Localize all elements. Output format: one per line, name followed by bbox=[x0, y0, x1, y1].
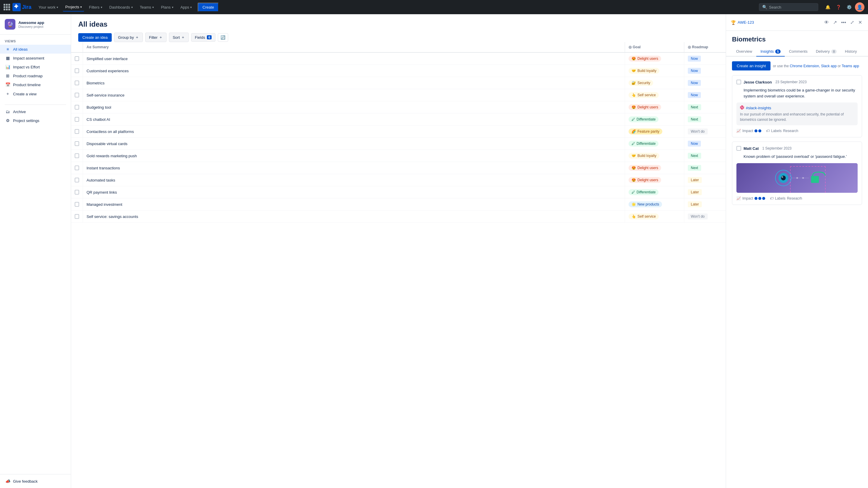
roadmap-tag[interactable]: Next bbox=[688, 117, 701, 122]
roadmap-tag[interactable]: Now bbox=[688, 56, 701, 62]
roadmap-tag[interactable]: Later bbox=[688, 189, 702, 195]
roadmap-tag[interactable]: Later bbox=[688, 201, 702, 207]
share-button[interactable]: ↗ bbox=[832, 19, 838, 26]
nav-projects[interactable]: Projects ▾ bbox=[63, 3, 84, 11]
search-input[interactable] bbox=[769, 5, 815, 9]
teams-app-link[interactable]: Teams app bbox=[842, 64, 859, 68]
sidebar-item-give-feedback[interactable]: 📣 Give feedback bbox=[0, 477, 71, 486]
table-row[interactable]: Managed investment 🌟 New products Later bbox=[71, 198, 726, 210]
row-checkbox[interactable] bbox=[75, 68, 79, 73]
goal-tag[interactable]: 🌈 Feature parity bbox=[628, 129, 662, 134]
expand-button[interactable]: ⤢ bbox=[849, 19, 855, 26]
roadmap-tag[interactable]: Won't do bbox=[688, 214, 708, 220]
insight-checkbox[interactable] bbox=[737, 146, 741, 151]
row-checkbox[interactable] bbox=[75, 105, 79, 109]
header-summary[interactable]: Aα Summary bbox=[83, 42, 625, 52]
row-checkbox[interactable] bbox=[75, 153, 79, 158]
row-checkbox[interactable] bbox=[75, 178, 79, 183]
row-checkbox[interactable] bbox=[75, 129, 79, 134]
sidebar-item-project-settings[interactable]: ⚙ Project settings bbox=[0, 116, 71, 125]
goal-tag[interactable]: 😍 Delight users bbox=[628, 165, 661, 171]
header-roadmap[interactable]: ◎ Roadmap bbox=[684, 42, 726, 52]
sort-button[interactable]: Sort ＋ bbox=[169, 33, 189, 42]
goal-tag[interactable]: 🖊 Differentiate bbox=[628, 117, 658, 122]
project-header[interactable]: 🔮 Awesome app Discovery project bbox=[0, 14, 71, 35]
table-row[interactable]: Self-service insurance 👆 Self service No… bbox=[71, 89, 726, 101]
goal-tag[interactable]: 👆 Self service bbox=[628, 214, 659, 220]
table-row[interactable]: QR payment links 🖊 Differentiate Later bbox=[71, 186, 726, 198]
sidebar-item-archive[interactable]: 🗂 Archive bbox=[0, 107, 71, 116]
row-checkbox[interactable] bbox=[75, 214, 79, 219]
row-checkbox[interactable] bbox=[75, 93, 79, 97]
goal-tag[interactable]: 🤝 Build loyalty bbox=[628, 68, 659, 74]
jira-logo[interactable]: Jira bbox=[12, 3, 31, 11]
insight-checkbox[interactable] bbox=[737, 80, 741, 85]
close-button[interactable]: ✕ bbox=[857, 19, 863, 26]
nav-dashboards[interactable]: Dashboards ▾ bbox=[107, 3, 135, 11]
roadmap-tag[interactable]: Now bbox=[688, 68, 701, 74]
more-options-button[interactable]: ••• bbox=[840, 19, 847, 26]
header-goal[interactable]: ◎ Goal bbox=[625, 42, 684, 52]
table-row[interactable]: Customised experiences 🤝 Build loyalty N… bbox=[71, 65, 726, 77]
nav-teams[interactable]: Teams ▾ bbox=[137, 3, 156, 11]
roadmap-tag[interactable]: Now bbox=[688, 141, 701, 147]
table-row[interactable]: Budgeting tool 😍 Delight users Next bbox=[71, 101, 726, 113]
sidebar-item-all-ideas[interactable]: ≡ All ideas bbox=[0, 45, 71, 54]
help-button[interactable]: ❓ bbox=[834, 2, 843, 12]
row-checkbox[interactable] bbox=[75, 80, 79, 85]
goal-tag[interactable]: 😍 Delight users bbox=[628, 177, 661, 183]
user-avatar[interactable]: 👤 bbox=[855, 2, 864, 12]
table-row[interactable]: Self service: savings accounts 👆 Self se… bbox=[71, 210, 726, 223]
roadmap-tag[interactable]: Later bbox=[688, 177, 702, 183]
panel-id[interactable]: 🏆 AWE-123 bbox=[731, 20, 754, 25]
notifications-button[interactable]: 🔔 bbox=[823, 2, 832, 12]
grid-menu-button[interactable] bbox=[4, 4, 10, 10]
tab-overview[interactable]: Overview bbox=[732, 47, 756, 57]
tab-delivery[interactable]: Delivery 8 bbox=[812, 47, 841, 57]
roadmap-tag[interactable]: Now bbox=[688, 92, 701, 98]
row-checkbox[interactable] bbox=[75, 202, 79, 207]
roadmap-tag[interactable]: Next bbox=[688, 165, 701, 171]
sidebar-item-impact-effort[interactable]: 📊 Impact vs Effort bbox=[0, 63, 71, 71]
nav-filters[interactable]: Filters ▾ bbox=[87, 3, 104, 11]
create-idea-button[interactable]: Create an idea bbox=[78, 33, 112, 42]
row-checkbox[interactable] bbox=[75, 117, 79, 122]
row-checkbox[interactable] bbox=[75, 141, 79, 146]
tab-history[interactable]: History bbox=[841, 47, 861, 57]
settings-button[interactable]: ⚙️ bbox=[844, 2, 854, 12]
goal-tag[interactable]: 👆 Self service bbox=[628, 92, 659, 98]
nav-your-work[interactable]: Your work ▾ bbox=[36, 3, 60, 11]
table-row[interactable]: Contactless on all platforms 🌈 Feature p… bbox=[71, 126, 726, 138]
sync-button[interactable]: 🔄 bbox=[218, 33, 228, 42]
table-row[interactable]: Gold rewards marketing push 🤝 Build loya… bbox=[71, 150, 726, 162]
table-row[interactable]: Automated tasks 😍 Delight users Later bbox=[71, 174, 726, 186]
sidebar-item-impact-assessment[interactable]: ▦ Impact assesment bbox=[0, 54, 71, 63]
row-checkbox[interactable] bbox=[75, 190, 79, 195]
table-row[interactable]: Instant transactions 😍 Delight users Nex… bbox=[71, 162, 726, 174]
row-checkbox[interactable] bbox=[75, 56, 79, 61]
nav-apps[interactable]: Apps ▾ bbox=[178, 3, 194, 11]
group-by-button[interactable]: Group by ＋ bbox=[114, 33, 143, 42]
search-box[interactable]: 🔍 bbox=[759, 3, 818, 11]
fields-button[interactable]: Fields 6 bbox=[191, 33, 216, 42]
slack-app-link[interactable]: Slack app bbox=[821, 64, 837, 68]
table-row[interactable]: CS chatbot AI 🖊 Differentiate Next bbox=[71, 113, 726, 126]
sidebar-item-product-roadmap[interactable]: ⊞ Product roadmap bbox=[0, 71, 71, 80]
watch-button[interactable]: 👁 bbox=[823, 19, 830, 26]
goal-tag[interactable]: 😍 Delight users bbox=[628, 56, 661, 62]
tab-comments[interactable]: Comments bbox=[785, 47, 812, 57]
roadmap-tag[interactable]: Won't do bbox=[688, 129, 708, 134]
goal-tag[interactable]: 🌟 New products bbox=[628, 201, 662, 207]
chrome-extension-link[interactable]: Chrome Extension, bbox=[790, 64, 820, 68]
goal-tag[interactable]: 🔐 Security bbox=[628, 80, 653, 86]
nav-plans[interactable]: Plans ▾ bbox=[159, 3, 176, 11]
table-row[interactable]: Biometrics 🔐 Security Now bbox=[71, 77, 726, 89]
roadmap-tag[interactable]: Next bbox=[688, 153, 701, 159]
table-row[interactable]: Disposable virtual cards 🖊 Differentiate… bbox=[71, 138, 726, 150]
tab-insights[interactable]: Insights 5 bbox=[756, 47, 785, 57]
row-checkbox[interactable] bbox=[75, 165, 79, 170]
sidebar-item-product-timeline[interactable]: 📅 Product timeline bbox=[0, 80, 71, 89]
goal-tag[interactable]: 🖊 Differentiate bbox=[628, 189, 658, 195]
goal-tag[interactable]: 🤝 Build loyalty bbox=[628, 153, 659, 159]
table-row[interactable]: Simplified user interface 😍 Delight user… bbox=[71, 53, 726, 65]
